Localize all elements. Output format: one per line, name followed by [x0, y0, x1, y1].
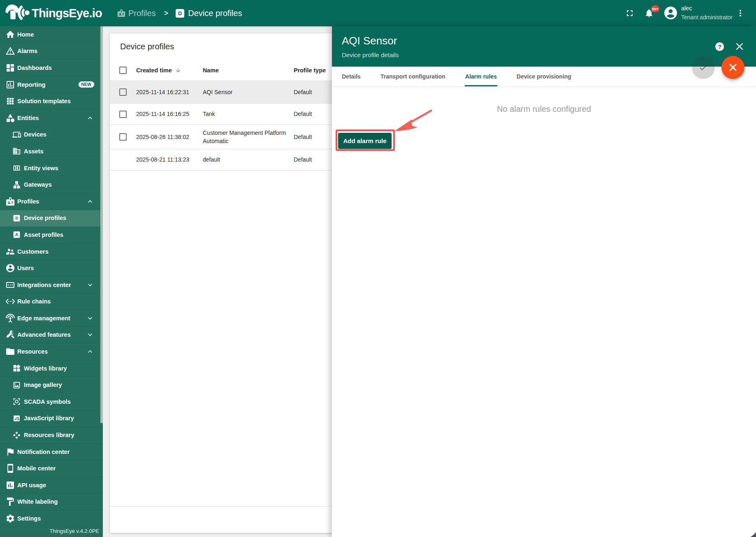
sidebar-item-customers[interactable]: Customers — [0, 243, 103, 260]
cell-created-time: 2025-08-26 11:38:02 — [136, 133, 203, 141]
row-checkbox-cell — [110, 133, 136, 141]
sidebar-item-label: Edge management — [17, 315, 70, 322]
sidebar-item-label: Widgets library — [24, 365, 67, 372]
sidebar-item-gateways[interactable]: Gateways — [0, 176, 103, 193]
user-name: alec — [681, 5, 733, 12]
sidebar-item-integrations-center[interactable]: Integrations center — [0, 277, 103, 294]
row-checkbox[interactable] — [119, 111, 127, 118]
device-profile-icon — [12, 214, 21, 222]
cell-created-time: 2025-11-14 16:16:25 — [136, 110, 203, 118]
tab-label: Device provisioning — [517, 67, 571, 86]
sidebar-item-widgets-library[interactable]: Widgets library — [0, 360, 103, 377]
help-button[interactable]: ? — [715, 42, 724, 51]
sidebar-item-javascript-library[interactable]: JavaScript library — [0, 410, 103, 427]
sidebar-item-entity-views[interactable]: Entity views — [0, 160, 103, 177]
sidebar-item-reporting[interactable]: ReportingNEW — [0, 76, 103, 93]
sidebar-item-users[interactable]: Users — [0, 260, 103, 277]
top-app-bar: ThingsEye.io Profiles > D Device profile… — [0, 0, 756, 26]
tab-alarm-rules[interactable]: Alarm rules — [455, 67, 507, 86]
chevron-down-icon — [86, 281, 94, 289]
tab-device-provisioning[interactable]: Device provisioning — [507, 67, 581, 86]
sidebar-item-devices[interactable]: Devices — [0, 127, 103, 144]
notifications-button[interactable]: 99+ — [644, 8, 654, 18]
sort-desc-icon — [175, 67, 181, 74]
asset-profile-icon — [12, 230, 21, 239]
drawer-close-button[interactable] — [735, 42, 744, 51]
breadcrumb-profiles[interactable]: Profiles — [117, 9, 156, 18]
sidebar-item-asset-profiles[interactable]: Asset profiles — [0, 227, 103, 243]
decline-changes-fab[interactable] — [721, 56, 744, 79]
sidebar-item-white-labeling[interactable]: White labeling — [0, 494, 103, 511]
white-labeling-icon — [5, 497, 15, 507]
device-profile-icon: D — [176, 9, 184, 18]
dashboards-icon — [5, 63, 15, 73]
sidebar-item-dashboards[interactable]: Dashboards — [0, 60, 103, 76]
breadcrumb-label-current: Device profiles — [188, 9, 242, 18]
more-menu-button[interactable] — [735, 8, 745, 18]
sidebar-item-solution-templates[interactable]: Solution templates — [0, 93, 103, 110]
sidebar-item-settings[interactable]: Settings — [0, 510, 103, 527]
sidebar-item-device-profiles[interactable]: Device profiles — [0, 210, 103, 227]
sidebar-item-scada-symbols[interactable]: SCADA symbols — [0, 393, 103, 410]
sidebar-item-mobile-center[interactable]: Mobile center — [0, 460, 103, 477]
sidebar-item-rule-chains[interactable]: Rule chains — [0, 294, 103, 310]
column-header-created-time[interactable]: Created time — [136, 67, 203, 74]
add-alarm-rule-button[interactable]: Add alarm rule — [338, 133, 392, 149]
avatar[interactable] — [663, 5, 678, 21]
fullscreen-button[interactable] — [625, 8, 635, 18]
sidebar-item-label: Asset profiles — [24, 231, 63, 238]
user-info[interactable]: alec Tenant administrator — [681, 5, 733, 20]
check-icon — [698, 62, 708, 72]
sidebar-item-label: Rule chains — [17, 298, 51, 305]
sidebar-item-assets[interactable]: Assets — [0, 143, 103, 160]
resources-icon — [5, 347, 15, 356]
sidebar-item-label: Settings — [17, 515, 41, 522]
cell-name: default — [203, 155, 294, 164]
tab-label: Transport configuration — [380, 67, 445, 86]
chevron-up-icon — [86, 114, 94, 122]
empty-state-text: No alarm rules configured — [332, 104, 756, 114]
sidebar-item-resources-library[interactable]: Resources library — [0, 427, 103, 444]
sidebar-item-label: Notification center — [17, 449, 70, 455]
sidebar-item-notification-center[interactable]: Notification center — [0, 444, 103, 461]
row-checkbox[interactable] — [119, 88, 127, 96]
reporting-icon — [5, 80, 15, 90]
sidebar-item-resources[interactable]: Resources — [0, 343, 103, 360]
sidebar-item-image-gallery[interactable]: Image gallery — [0, 377, 103, 393]
logo[interactable]: ThingsEye.io — [0, 0, 113, 26]
apply-changes-fab[interactable] — [692, 56, 715, 79]
tab-label: Alarm rules — [465, 67, 497, 86]
tab-details[interactable]: Details — [332, 67, 371, 86]
tab-transport-configuration[interactable]: Transport configuration — [371, 67, 455, 86]
chevron-down-icon — [86, 314, 94, 322]
notification-center-icon — [5, 447, 15, 457]
widgets-library-icon — [12, 364, 21, 373]
column-label: Profile type — [294, 67, 326, 74]
sidebar-item-api-usage[interactable]: API usage — [0, 477, 103, 494]
sidebar-item-entities[interactable]: Entities — [0, 110, 103, 127]
sidebar-item-label: Integrations center — [17, 282, 71, 288]
row-checkbox[interactable] — [119, 133, 127, 141]
fullscreen-icon — [625, 8, 635, 18]
breadcrumb-device-profiles[interactable]: D Device profiles — [176, 9, 242, 18]
advanced-features-icon — [5, 330, 15, 340]
sidebar-scrollbar[interactable] — [100, 26, 103, 423]
alarm-icon — [5, 46, 15, 56]
solution-templates-icon — [5, 96, 15, 106]
resources-library-icon — [12, 431, 21, 440]
api-usage-icon — [5, 480, 15, 490]
sidebar-item-advanced-features[interactable]: Advanced features — [0, 327, 103, 344]
breadcrumb-separator: > — [164, 9, 169, 18]
header-checkbox-cell — [110, 67, 136, 74]
integrations-icon — [5, 280, 15, 290]
breadcrumb: Profiles > D Device profiles — [113, 0, 242, 26]
sidebar-item-label: Advanced features — [17, 331, 71, 338]
column-header-name[interactable]: Name — [203, 67, 294, 74]
close-icon — [735, 42, 744, 51]
sidebar-item-alarms[interactable]: Alarms — [0, 43, 103, 60]
sidebar-menu: HomeAlarmsDashboardsReportingNEWSolution… — [0, 26, 103, 527]
sidebar-item-profiles[interactable]: Profiles — [0, 193, 103, 210]
select-all-checkbox[interactable] — [119, 67, 127, 74]
sidebar-item-edge-management[interactable]: Edge management — [0, 310, 103, 327]
sidebar-item-home[interactable]: Home — [0, 26, 103, 43]
